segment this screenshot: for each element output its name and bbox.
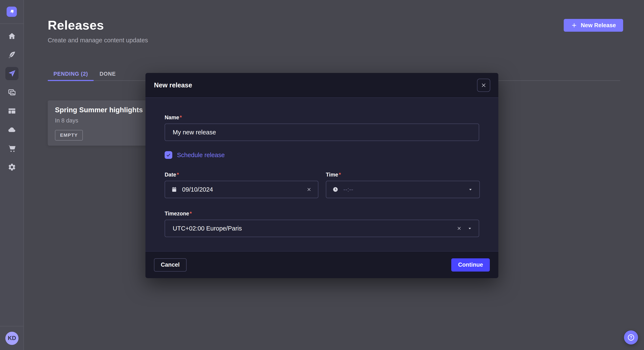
sidebar: KD (0, 0, 24, 350)
schedule-release-label: Schedule release (177, 152, 225, 159)
modal-title: New release (154, 81, 192, 89)
feather-icon (8, 51, 16, 59)
sidebar-item-cloud[interactable] (5, 123, 18, 136)
date-value: 09/10/2024 (182, 186, 301, 193)
required-asterisk: * (180, 114, 182, 120)
sidebar-item-layout[interactable] (5, 104, 18, 118)
page-header: Releases Create and manage content updat… (48, 18, 148, 44)
time-placeholder: --:-- (343, 186, 463, 193)
cloud-icon (8, 126, 16, 134)
cart-icon (8, 144, 16, 153)
sidebar-footer: KD (0, 326, 24, 350)
timezone-field-label: Timezone* (164, 210, 192, 216)
media-icon (8, 88, 16, 97)
schedule-release-toggle[interactable]: Schedule release (164, 151, 479, 159)
layout-icon (8, 107, 16, 115)
svg-text:?: ? (630, 335, 632, 340)
time-field-group: Time* --:-- (326, 172, 480, 198)
date-picker[interactable]: 09/10/2024 (164, 181, 318, 198)
home-icon (8, 32, 16, 40)
clear-date-icon[interactable] (306, 186, 312, 192)
sidebar-item-purchases[interactable] (5, 142, 18, 155)
new-release-button-label: New Release (581, 22, 616, 29)
continue-button[interactable]: Continue (451, 258, 490, 272)
clear-timezone-icon[interactable] (456, 225, 462, 231)
name-field-group: Name* (164, 114, 479, 141)
new-release-modal: New release Name* Schedule release (146, 73, 498, 278)
time-field-label: Time* (326, 172, 341, 177)
close-icon (481, 82, 486, 88)
page-title: Releases (48, 18, 148, 32)
required-asterisk: * (190, 210, 192, 216)
modal-header: New release (146, 73, 498, 98)
sidebar-nav (0, 29, 24, 174)
sidebar-item-releases[interactable] (5, 67, 18, 80)
cancel-button[interactable]: Cancel (154, 258, 186, 272)
question-mark-icon: ? (627, 333, 635, 342)
sidebar-item-home[interactable] (5, 29, 18, 43)
new-release-button[interactable]: New Release (564, 19, 623, 32)
sidebar-item-settings[interactable] (5, 161, 18, 174)
modal-body: Name* Schedule release Date* (146, 98, 498, 251)
sidebar-item-media[interactable] (5, 86, 18, 99)
checkbox-checked-icon[interactable] (164, 151, 172, 159)
timezone-picker[interactable]: UTC+02:00 Europe/Paris (164, 220, 479, 237)
app-logo-icon[interactable] (6, 6, 17, 17)
required-asterisk: * (177, 172, 179, 177)
tab-pending[interactable]: PENDING (2) (48, 67, 94, 80)
timezone-field-group: Timezone* UTC+02:00 Europe/Paris (164, 210, 479, 237)
gear-icon (8, 163, 16, 172)
date-field-label: Date* (164, 172, 179, 177)
modal-close-button[interactable] (477, 79, 490, 92)
name-field-label: Name* (164, 114, 182, 120)
date-field-group: Date* 09/10/2024 (164, 172, 318, 198)
name-input[interactable] (164, 124, 479, 141)
tab-pending-label: PENDING (2) (54, 71, 88, 77)
tab-done-label: DONE (100, 71, 116, 77)
page-subtitle: Create and manage content updates (48, 37, 148, 44)
sidebar-item-content[interactable] (5, 48, 18, 61)
date-time-row: Date* 09/10/2024 (164, 172, 479, 198)
required-asterisk: * (339, 172, 341, 177)
release-card-badge: EMPTY (55, 130, 83, 141)
clock-icon (332, 186, 338, 193)
send-icon (8, 69, 16, 78)
plus-icon (571, 22, 577, 28)
logo-section (0, 0, 24, 24)
calendar-icon (171, 186, 178, 193)
timezone-value: UTC+02:00 Europe/Paris (173, 225, 452, 232)
modal-footer: Cancel Continue (146, 251, 498, 278)
time-picker[interactable]: --:-- (326, 181, 480, 198)
tab-done[interactable]: DONE (94, 67, 122, 80)
user-avatar[interactable]: KD (5, 332, 18, 345)
chevron-down-icon[interactable] (467, 225, 473, 231)
help-button[interactable]: ? (624, 331, 638, 345)
chevron-down-icon[interactable] (468, 186, 474, 192)
